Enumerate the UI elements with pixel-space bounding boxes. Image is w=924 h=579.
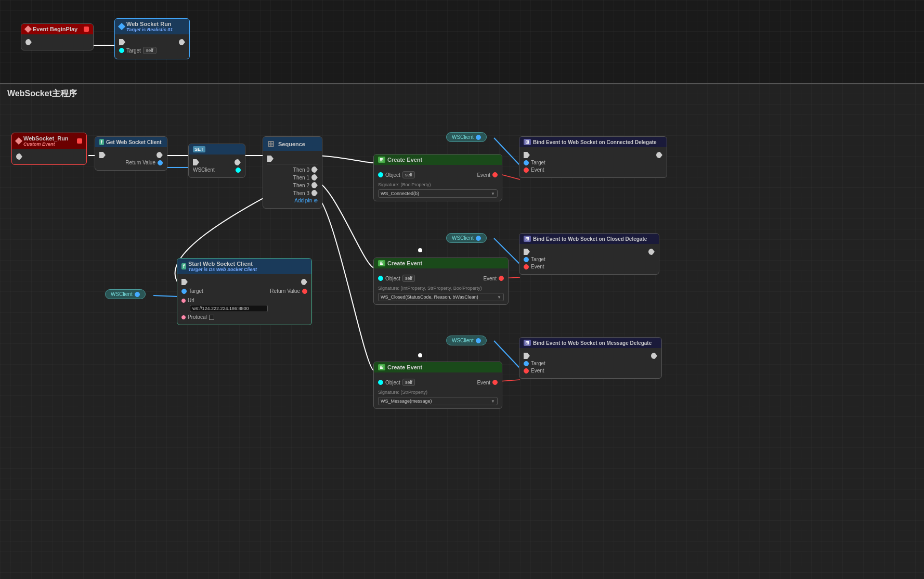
event-label-3: Event (477, 380, 490, 385)
grid-icon-3: ⊞ (378, 364, 385, 370)
protocal-pin (181, 315, 186, 319)
bind-connected-header: ⊞ Bind Event to Web Socket on Connected … (519, 137, 667, 147)
event-pin (524, 368, 529, 374)
ws-badge-3-pin (476, 338, 481, 343)
exec-out (235, 159, 241, 165)
dropdown-2[interactable]: WS_Closed(StatusCode, Reason, bWasClean)… (378, 293, 504, 301)
add-pin-button[interactable]: Add pin ⊕ (294, 198, 318, 203)
bind-connected-title: Bind Event to Web Socket on Connected De… (533, 139, 657, 145)
create-event-3-header: ⊞ Create Event (374, 362, 502, 372)
bind-message-title: Bind Event to Web Socket on Message Dele… (533, 340, 652, 346)
exec-out (648, 249, 655, 255)
set-body: WSClient (189, 155, 245, 177)
target-pin (524, 257, 529, 262)
event-pin-1 (492, 172, 498, 177)
websocket-run-header: WebSocket_Run Custom Event (12, 133, 86, 149)
target-pin (524, 361, 529, 366)
diamond-red-icon (15, 137, 22, 145)
get-ws-client-title: Get Web Socket Client (106, 139, 162, 145)
exec-in (193, 159, 199, 165)
create-event-1-body: Object self Event Signature: (BoolProper… (374, 165, 502, 201)
start-ws-client-body: Target Return Value Url Protocal (177, 274, 311, 325)
then3-pin (311, 190, 318, 196)
object-pin-2 (378, 276, 383, 281)
protocal-label: Protocal (188, 314, 207, 320)
event-label: Event (531, 264, 544, 269)
seq-icon: ⊞ (267, 139, 274, 149)
object-label-1: Object (385, 172, 400, 178)
target-pin (119, 48, 124, 53)
ws-badge-3-label: WSClient (452, 338, 474, 343)
exec-out (157, 152, 163, 158)
create-event-3-body: Object self Event Signature: (StrPropert… (374, 372, 502, 408)
bind-connected-node: ⊞ Bind Event to Web Socket on Connected … (519, 136, 667, 178)
ws-client-input-pin (135, 292, 140, 297)
dropdown-3-value: WS_Message(message) (381, 398, 432, 404)
signature-1: Signature: (BoolProperty) (378, 182, 498, 187)
bind-closed-title: Bind Event to Web Socket on Closed Deleg… (533, 236, 647, 242)
target-label: Target (531, 256, 545, 262)
event-label-2: Event (483, 276, 497, 281)
exec-in-pin (119, 39, 125, 45)
object-value-2: self (402, 275, 415, 282)
bind-message-node: ⊞ Bind Event to Web Socket on Message De… (519, 337, 662, 379)
set-node: SET WSClient (188, 144, 245, 178)
then2-pin (311, 182, 318, 188)
exec-in (524, 152, 530, 158)
ws-run-top-body: Target self (115, 34, 189, 59)
target-label: Target (189, 288, 203, 294)
grid-icon-1: ⊞ (378, 157, 385, 163)
bind-closed-node: ⊞ Bind Event to Web Socket on Closed Del… (519, 233, 659, 275)
dropdown-2-arrow: ▼ (497, 295, 501, 300)
sequence-title: Sequence (278, 141, 305, 147)
then0-pin (311, 166, 318, 173)
protocal-checkbox[interactable] (209, 315, 214, 320)
ws-run-top-node: Web Socket Run Target is Realistic 01 Ta… (114, 18, 190, 59)
create-event-2-header: ⊞ Create Event (374, 258, 508, 268)
websocket-run-subtitle: Custom Event (23, 141, 69, 147)
start-ws-client-subtitle: Target is Ds Web Socket Client (188, 267, 257, 272)
event-label-1: Event (477, 172, 490, 178)
event-pin-2 (499, 276, 504, 281)
set-header: SET (189, 144, 245, 155)
event-pin-3 (492, 380, 498, 385)
object-pin-1 (378, 172, 383, 177)
websocket-run-title: WebSocket_Run (23, 135, 69, 141)
bind-closed-body: Target Event (519, 244, 659, 274)
create-event-1-node: ⊞ Create Event Object self Event Signatu… (373, 154, 502, 201)
start-ws-client-title: Start Web Socket Client (188, 261, 257, 267)
exec-out (656, 152, 662, 158)
func-icon: f (99, 139, 104, 145)
dropdown-1-value: WS_Connected(b) (381, 191, 419, 196)
ws-run-top-header: Web Socket Run Target is Realistic 01 (115, 19, 189, 34)
signature-2: Signature: (IntProperty, StrProperty, Bo… (378, 286, 504, 291)
ws-client-input-badge: WSClient (105, 289, 146, 299)
object-label-2: Object (385, 276, 400, 281)
target-value: self (143, 47, 157, 54)
dropdown-1[interactable]: WS_Connected(b) ▼ (378, 189, 498, 198)
return-pin (158, 160, 163, 165)
dropdown-3[interactable]: WS_Message(message) ▼ (378, 397, 498, 405)
target-pin (181, 289, 187, 294)
exec-in (99, 152, 106, 158)
exec-in (524, 353, 530, 359)
event-pin (524, 264, 529, 269)
then1-pin (311, 174, 318, 181)
url-label: Url (188, 298, 194, 303)
get-ws-client-body: Return Value (95, 147, 167, 170)
dropdown-1-arrow: ▼ (491, 191, 495, 196)
ws-run-top-title: Web Socket Run (126, 21, 173, 27)
url-pin (181, 299, 186, 303)
create-event-1-title: Create Event (387, 157, 422, 163)
target-label: Target (126, 48, 141, 54)
sequence-body: Then 0 Then 1 Then 2 Then 3 Add pin ⊕ (263, 151, 322, 208)
ws-badge-3: WSClient (446, 336, 487, 345)
then0-label: Then 0 (293, 167, 309, 173)
event-pin (524, 168, 529, 173)
url-input[interactable] (190, 305, 268, 312)
get-ws-client-node: f Get Web Socket Client Return Value (95, 136, 167, 171)
dropdown-2-value: WS_Closed(StatusCode, Reason, bWasClean) (381, 294, 478, 300)
ws-badge-1-label: WSClient (452, 134, 474, 140)
event-beginplay-title: Event BeginPlay (33, 26, 77, 32)
exec-out-pin (16, 153, 22, 160)
